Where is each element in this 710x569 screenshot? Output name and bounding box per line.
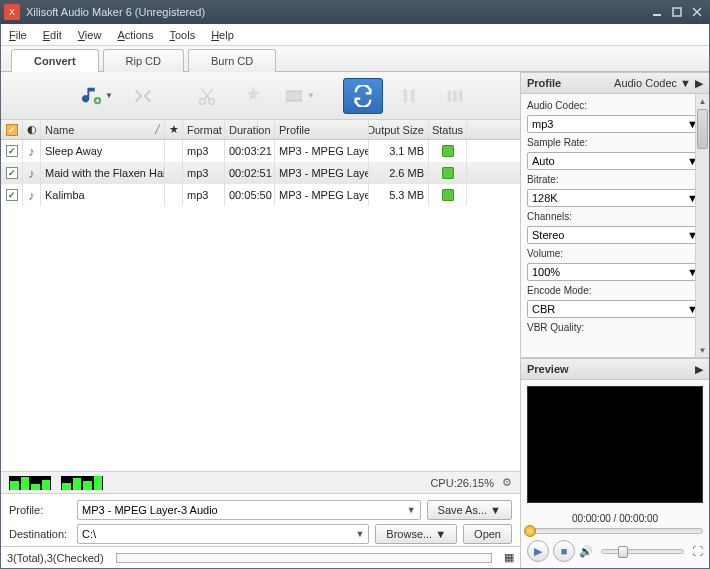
bitrate-combo[interactable]: 128K▼ [527, 189, 703, 207]
effects-button[interactable] [233, 78, 273, 114]
cell-name: Maid with the Flaxen Hair [41, 162, 165, 184]
stop-button[interactable] [435, 78, 475, 114]
header-status[interactable]: Status [429, 120, 467, 139]
preview-seek-slider[interactable] [527, 528, 703, 534]
channels-label: Channels: [527, 211, 703, 222]
cpu-label: CPU:26.15% [430, 477, 494, 489]
row-checkbox[interactable]: ✓ [6, 167, 18, 179]
browse-button[interactable]: Browse...▼ [375, 524, 457, 544]
menu-file[interactable]: File [9, 29, 27, 41]
bitrate-label: Bitrate: [527, 174, 703, 185]
play-button[interactable]: ▶ [527, 540, 549, 562]
header-check-all[interactable]: ✓ [1, 120, 23, 139]
profile-combo[interactable]: MP3 - MPEG Layer-3 Audio▼ [77, 500, 421, 520]
menu-view[interactable]: View [78, 29, 102, 41]
tabs: Convert Rip CD Burn CD [1, 46, 709, 72]
status-ready-icon [442, 167, 454, 179]
profile-expand-button[interactable]: ▶ [695, 77, 703, 90]
volume-label: Volume: [527, 248, 703, 259]
header-name[interactable]: Name╱ [41, 120, 165, 139]
grid-body[interactable]: ✓ ♪ Sleep Away mp3 00:03:21 MP3 - MPEG L… [1, 140, 520, 471]
header-output-size[interactable]: Output Size [369, 120, 429, 139]
pause-button[interactable] [389, 78, 429, 114]
svg-rect-6 [286, 90, 303, 92]
tab-burn-cd[interactable]: Burn CD [188, 49, 276, 72]
menu-edit[interactable]: Edit [43, 29, 62, 41]
svg-rect-7 [286, 99, 303, 101]
row-checkbox[interactable]: ✓ [6, 145, 18, 157]
cpu-bar: CPU:26.15% ⚙ [1, 471, 520, 493]
svg-rect-10 [448, 90, 452, 101]
progress-bar [116, 553, 492, 563]
header-format[interactable]: Format [183, 120, 225, 139]
menu-tools[interactable]: Tools [169, 29, 195, 41]
clip-button[interactable]: ▼ [279, 78, 319, 114]
row-checkbox[interactable]: ✓ [6, 189, 18, 201]
close-button[interactable] [688, 4, 706, 20]
encode-mode-label: Encode Mode: [527, 285, 703, 296]
preview-expand-button[interactable]: ▶ [695, 363, 703, 376]
tab-convert[interactable]: Convert [11, 49, 99, 72]
volume-icon[interactable]: 🔊 [579, 545, 593, 558]
menubar: File Edit View Actions Tools Help [1, 24, 709, 46]
cpu-graph-icon [9, 476, 51, 490]
svg-rect-11 [453, 90, 457, 101]
destination-combo[interactable]: C:\▼ [77, 524, 369, 544]
status-ready-icon [442, 189, 454, 201]
svg-rect-9 [411, 89, 415, 102]
titlebar: X Xilisoft Audio Maker 6 (Unregistered) [0, 0, 710, 24]
report-icon[interactable]: ▦ [504, 551, 514, 564]
header-type[interactable]: ◐ [23, 120, 41, 139]
sample-rate-combo[interactable]: Auto▼ [527, 152, 703, 170]
cell-format: mp3 [183, 184, 225, 206]
audio-codec-combo[interactable]: mp3▼ [527, 115, 703, 133]
volume-combo[interactable]: 100%▼ [527, 263, 703, 281]
minimize-button[interactable] [648, 4, 666, 20]
menu-actions[interactable]: Actions [117, 29, 153, 41]
cell-duration: 00:02:51 [225, 162, 275, 184]
stop-preview-button[interactable]: ■ [553, 540, 575, 562]
table-row[interactable]: ✓ ♪ Sleep Away mp3 00:03:21 MP3 - MPEG L… [1, 140, 520, 162]
add-file-button[interactable]: ▼ [77, 78, 117, 114]
convert-button[interactable] [343, 78, 383, 114]
maximize-button[interactable] [668, 4, 686, 20]
audio-codec-label: Audio Codec: [527, 100, 703, 111]
grid-header: ✓ ◐ Name╱ ★ Format Duration Profile Outp… [1, 120, 520, 140]
svg-rect-8 [404, 89, 408, 102]
volume-slider[interactable] [601, 549, 684, 554]
save-as-button[interactable]: Save As...▼ [427, 500, 512, 520]
remove-button[interactable] [123, 78, 163, 114]
menu-help[interactable]: Help [211, 29, 234, 41]
cell-duration: 00:05:50 [225, 184, 275, 206]
encode-mode-combo[interactable]: CBR▼ [527, 300, 703, 318]
profile-scrollbar[interactable]: ▲▼ [695, 94, 709, 357]
header-favorite[interactable]: ★ [165, 120, 183, 139]
cell-size: 3.1 MB [369, 140, 429, 162]
preview-screen [527, 386, 703, 503]
header-profile[interactable]: Profile [275, 120, 369, 139]
snapshot-button[interactable]: ⛶ [692, 545, 703, 557]
music-icon: ♪ [28, 188, 35, 203]
cell-profile: MP3 - MPEG Layer-3 ... [275, 140, 369, 162]
toolbar: ▼ ▼ [1, 72, 520, 120]
table-row[interactable]: ✓ ♪ Kalimba mp3 00:05:50 MP3 - MPEG Laye… [1, 184, 520, 206]
cell-profile: MP3 - MPEG Layer-3 ... [275, 162, 369, 184]
cell-format: mp3 [183, 162, 225, 184]
profile-mode-combo[interactable]: Audio Codec ▼ [614, 77, 691, 89]
destination-label: Destination: [9, 528, 71, 540]
cut-button[interactable] [187, 78, 227, 114]
open-button[interactable]: Open [463, 524, 512, 544]
preview-panel-header: Preview ▶ [521, 358, 709, 380]
cell-profile: MP3 - MPEG Layer-3 ... [275, 184, 369, 206]
tab-rip-cd[interactable]: Rip CD [103, 49, 184, 72]
header-duration[interactable]: Duration [225, 120, 275, 139]
window-title: Xilisoft Audio Maker 6 (Unregistered) [26, 6, 648, 18]
cell-format: mp3 [183, 140, 225, 162]
cpu-settings-icon[interactable]: ⚙ [502, 476, 512, 489]
table-row[interactable]: ✓ ♪ Maid with the Flaxen Hair mp3 00:02:… [1, 162, 520, 184]
preview-time: 00:00:00 / 00:00:00 [521, 509, 709, 528]
channels-combo[interactable]: Stereo▼ [527, 226, 703, 244]
svg-rect-1 [673, 8, 681, 16]
svg-rect-12 [459, 90, 463, 101]
cell-duration: 00:03:21 [225, 140, 275, 162]
